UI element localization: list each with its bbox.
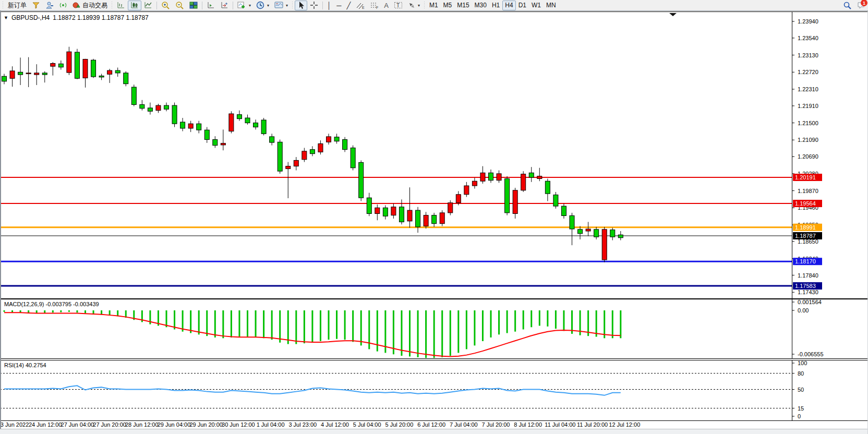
time-axis-label: 11 Jul 20:00: [577, 421, 608, 428]
svg-text:80: 80: [798, 370, 804, 377]
svg-text:1.21500: 1.21500: [798, 120, 818, 126]
chart-shift-icon[interactable]: [218, 1, 231, 10]
crosshair-icon[interactable]: [307, 1, 321, 10]
svg-text:-0.006555: -0.006555: [798, 351, 824, 357]
vline-icon: │: [327, 2, 331, 9]
vertical-line-tool[interactable]: │: [324, 1, 334, 10]
periods-button[interactable]: ▾: [254, 1, 272, 10]
time-axis-label: 6 Jul 12:00: [417, 421, 445, 428]
channel-tool[interactable]: E: [353, 1, 367, 10]
svg-text:1.18787: 1.18787: [795, 233, 816, 239]
new-order-label: 新订单: [8, 1, 27, 10]
tab-timeframe-D1[interactable]: D1: [516, 1, 529, 10]
svg-text:1.23130: 1.23130: [798, 52, 818, 58]
svg-text:1.17583: 1.17583: [795, 283, 816, 289]
svg-text:1.18170: 1.18170: [795, 258, 816, 264]
svg-text:1.22310: 1.22310: [798, 86, 818, 92]
rsi-panel-chart[interactable]: 1008050150: [0, 360, 868, 421]
macd-panel-chart[interactable]: 0.0015640.00-0.006555: [0, 299, 868, 359]
toolbar-grip[interactable]: [111, 2, 113, 9]
svg-text:50: 50: [798, 387, 804, 393]
tab-timeframe-W1[interactable]: W1: [529, 1, 544, 10]
svg-text:0.001564: 0.001564: [798, 299, 822, 305]
tab-timeframe-M15[interactable]: M15: [454, 1, 472, 10]
toolbar-grip[interactable]: [2, 2, 4, 9]
svg-text:T: T: [396, 3, 400, 8]
chevron-down-icon: ▾: [418, 3, 420, 8]
text-tool[interactable]: A: [381, 1, 391, 10]
auto-trading-button[interactable]: 自动交易: [70, 1, 110, 10]
toolbar-grip[interactable]: [292, 2, 294, 9]
auto-trading-label: 自动交易: [82, 1, 107, 10]
svg-text:1.19564: 1.19564: [795, 200, 816, 207]
time-axis-label: 7 Jul 20:00: [482, 421, 510, 428]
chart-symbol-period: GBPUSD-,H4: [11, 14, 50, 21]
add-account-icon[interactable]: [43, 1, 56, 10]
time-axis-label: 30 Jun 12:00: [222, 421, 255, 428]
svg-text:1.21090: 1.21090: [798, 137, 818, 143]
svg-text:1.18991: 1.18991: [795, 224, 816, 231]
svg-text:1.22720: 1.22720: [798, 69, 818, 75]
rsi-indicator-label: RSI(14) 40.2754: [4, 362, 46, 368]
chart-candles-icon[interactable]: [128, 1, 141, 10]
fibonacci-tool[interactable]: F: [367, 1, 381, 10]
time-axis-label: 3 Jul 23:00: [288, 421, 317, 428]
text-icon: A: [384, 2, 389, 9]
svg-text:100: 100: [798, 360, 807, 366]
tab-timeframe-M5[interactable]: M5: [441, 1, 455, 10]
time-axis-label: 8 Jul 12:00: [514, 421, 542, 428]
templates-button[interactable]: ▾: [272, 1, 291, 10]
zoom-in-icon[interactable]: [159, 1, 173, 10]
notifications-button[interactable]: 1: [854, 0, 867, 10]
window-left-edge: [0, 11, 1, 429]
chart-title: ▼ GBPUSD-,H4 1.18872 1.18939 1.18787 1.1…: [4, 14, 149, 21]
notification-badge: 1: [861, 0, 867, 6]
time-axis-label: 23 Jun 2022: [0, 421, 29, 428]
svg-text:1.23940: 1.23940: [798, 18, 818, 25]
search-icon[interactable]: [840, 1, 854, 10]
toolbar-grip[interactable]: [424, 2, 426, 9]
trendline-icon: ╱: [346, 2, 351, 9]
label-tool[interactable]: T: [391, 1, 405, 10]
chart-ohlc-values: 1.18872 1.18939 1.18787 1.18787: [53, 14, 149, 21]
time-axis-label: 4 Jul 12:00: [321, 421, 349, 428]
svg-text:1.20191: 1.20191: [795, 174, 816, 180]
svg-text:1.17430: 1.17430: [798, 289, 818, 295]
chevron-down-icon: ▾: [249, 3, 251, 8]
trendline-tool[interactable]: ╱: [344, 1, 353, 10]
time-axis[interactable]: 23 Jun 202224 Jun 12:0027 Jun 04:0027 Ju…: [0, 421, 868, 429]
tab-timeframe-M30[interactable]: M30: [472, 1, 489, 10]
tile-windows-icon[interactable]: [187, 1, 200, 10]
time-axis-label: 5 Jul 20:00: [385, 421, 413, 428]
macd-indicator-label: MACD(12,26,9) -0.003795 -0.003439: [4, 301, 99, 307]
new-order-button[interactable]: 新订单: [5, 1, 29, 10]
time-axis-label: 12 Jul 12:00: [609, 421, 640, 428]
tab-timeframe-M1[interactable]: M1: [427, 1, 441, 10]
chart-line-icon[interactable]: [141, 1, 155, 10]
svg-text:15: 15: [798, 405, 804, 412]
svg-text:1.17840: 1.17840: [798, 272, 818, 279]
svg-text:0.00: 0.00: [798, 307, 809, 314]
zoom-out-icon[interactable]: [173, 1, 187, 10]
candlestick-chart[interactable]: 1.239401.235401.231301.227201.223101.219…: [0, 11, 868, 299]
arrows-tool[interactable]: ▾: [405, 1, 423, 10]
chart-menu-caret[interactable]: ▼: [4, 15, 8, 20]
chart-bars-icon[interactable]: [114, 1, 128, 10]
svg-text:0: 0: [798, 413, 801, 419]
tab-timeframe-H1[interactable]: H1: [489, 1, 502, 10]
hline-icon: ─: [336, 2, 341, 9]
funnel-icon[interactable]: [29, 1, 43, 10]
tab-timeframe-H4[interactable]: H4: [502, 1, 515, 10]
time-axis-label: 28 Jun 12:00: [125, 421, 159, 428]
cursor-icon[interactable]: [295, 1, 307, 10]
horizontal-line-tool[interactable]: ─: [334, 1, 344, 10]
svg-text:1.23540: 1.23540: [798, 35, 818, 41]
time-axis-label: 24 Jun 12:00: [29, 421, 62, 428]
auto-scroll-icon[interactable]: [204, 1, 218, 10]
tab-timeframe-MN[interactable]: MN: [544, 1, 559, 10]
indicators-button[interactable]: ▾: [235, 1, 254, 10]
svg-text:1.19870: 1.19870: [798, 188, 818, 194]
signal-icon[interactable]: [56, 1, 70, 10]
horizontal-scrollbar[interactable]: [0, 429, 868, 434]
chevron-down-icon: ▾: [267, 3, 269, 8]
